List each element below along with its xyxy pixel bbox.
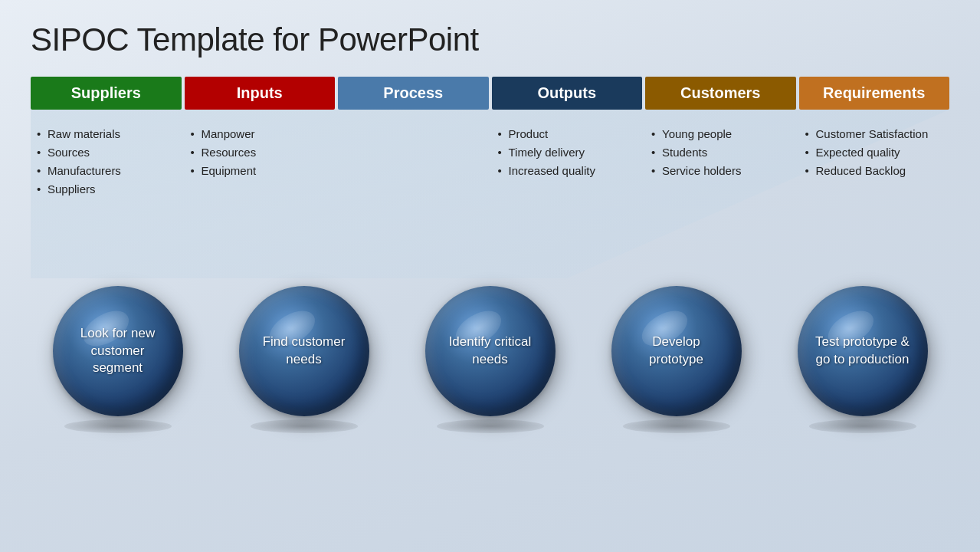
sipoc-headers: Suppliers Inputs Process Outputs Custome… (31, 77, 949, 110)
page-title: SIPOC Template for PowerPoint (31, 21, 949, 58)
sphere-1[interactable]: Look for new customer segment (53, 286, 183, 416)
header-inputs: Inputs (185, 77, 336, 110)
list-item: Young people (651, 125, 790, 143)
sipoc-content-row: Raw materials Sources Manufacturers Supp… (31, 110, 949, 208)
list-item: Reduced Backlog (805, 162, 944, 180)
spheres-section: Look for new customer segment Find custo… (31, 278, 949, 433)
sphere-3-text: Identify critical needs (439, 334, 542, 369)
sphere-wrapper-3: Identify critical needs (425, 286, 556, 433)
header-suppliers: Suppliers (31, 77, 182, 110)
sphere-2-shadow (251, 419, 358, 433)
sphere-5[interactable]: Test prototype & go to production (798, 286, 928, 416)
sphere-1-text: Look for new customer segment (67, 325, 169, 378)
list-item: Increased quality (498, 162, 637, 180)
sphere-5-shadow (809, 419, 916, 433)
sphere-wrapper-5: Test prototype & go to production (798, 286, 928, 433)
sphere-wrapper-1: Look for new customer segment (53, 286, 183, 433)
main-container: SIPOC Template for PowerPoint Suppliers … (0, 0, 980, 552)
list-item: Service holders (651, 162, 790, 180)
sphere-2[interactable]: Find customer needs (239, 286, 369, 416)
list-item: Raw materials (37, 125, 175, 143)
sphere-1-shadow (64, 419, 172, 433)
sphere-4[interactable]: Develop prototype (611, 286, 742, 416)
process-col (338, 122, 489, 202)
customers-col: Young people Students Service holders (645, 122, 796, 202)
sphere-4-text: Develop prototype (625, 334, 728, 369)
outputs-col: Product Timely delivery Increased qualit… (492, 122, 643, 202)
list-item: Equipment (191, 162, 329, 180)
sphere-3[interactable]: Identify critical needs (425, 286, 556, 416)
sphere-4-shadow (623, 419, 730, 433)
list-item: Sources (37, 143, 175, 162)
inputs-col: Manpower Resources Equipment (185, 122, 336, 202)
content-area: Raw materials Sources Manufacturers Supp… (31, 110, 949, 278)
requirements-col: Customer Satisfaction Expected quality R… (799, 122, 950, 202)
sphere-3-shadow (437, 419, 544, 433)
sphere-wrapper-2: Find customer needs (239, 286, 369, 433)
list-item: Product (498, 125, 637, 143)
list-item: Manufacturers (37, 162, 175, 180)
list-item: Customer Satisfaction (805, 125, 944, 143)
header-requirements: Requirements (799, 77, 950, 110)
list-item: Students (651, 143, 790, 162)
list-item: Suppliers (37, 180, 175, 199)
sphere-wrapper-4: Develop prototype (611, 286, 742, 433)
header-outputs: Outputs (492, 77, 643, 110)
header-customers: Customers (645, 77, 796, 110)
sphere-5-text: Test prototype & go to production (811, 334, 914, 369)
list-item: Expected quality (805, 143, 944, 162)
suppliers-col: Raw materials Sources Manufacturers Supp… (31, 122, 182, 202)
list-item: Resources (191, 143, 329, 162)
sphere-2-text: Find customer needs (253, 334, 356, 369)
list-item: Timely delivery (498, 143, 637, 162)
list-item: Manpower (191, 125, 329, 143)
header-process: Process (338, 77, 489, 110)
